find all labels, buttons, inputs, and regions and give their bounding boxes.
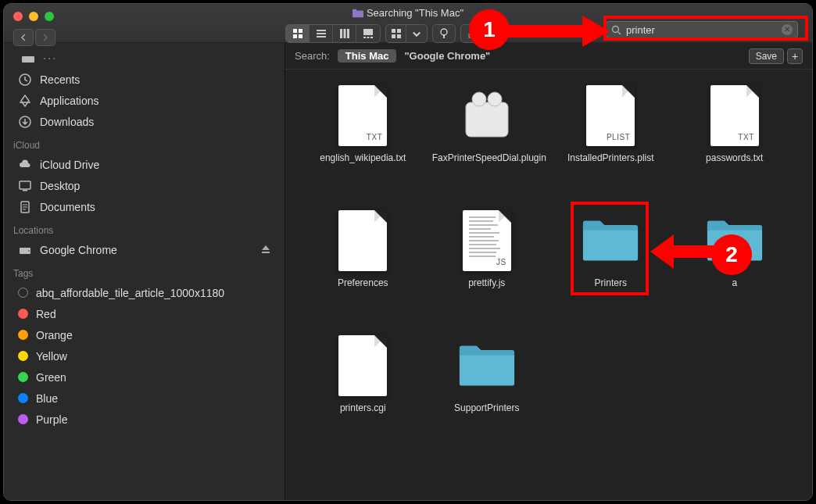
search-input[interactable] [626, 24, 777, 36]
svg-rect-0 [353, 10, 363, 17]
sidebar-item-label: Google Chrome [40, 244, 117, 256]
file-item[interactable]: SupportPrinters [428, 327, 546, 415]
titlebar: Searching "This Mac" [4, 4, 812, 43]
sidebar-item-icloud-drive[interactable]: iCloud Drive [4, 154, 285, 175]
sidebar-item-label: Documents [40, 201, 95, 213]
svg-point-20 [441, 29, 447, 35]
finder-window: Searching "This Mac" [3, 3, 813, 501]
svg-rect-2 [293, 29, 297, 33]
sidebar-item-label: Desktop [40, 180, 80, 192]
sidebar-tag-blue[interactable]: Blue [4, 388, 285, 409]
folder-icon [458, 334, 516, 398]
groupby-icon[interactable] [386, 25, 406, 42]
sidebar-item-google-chrome[interactable]: Google Chrome [4, 239, 285, 260]
file-label: a [732, 277, 737, 290]
maximize-button[interactable] [45, 12, 54, 21]
file-ext-label: PLIST [607, 133, 630, 141]
file-icon [334, 334, 392, 398]
tag-dot-icon [18, 309, 28, 319]
clear-search-button[interactable]: ✕ [782, 24, 793, 35]
doc-icon [18, 200, 32, 214]
file-item[interactable]: Printers [552, 202, 669, 290]
icon-view-button[interactable] [286, 25, 310, 42]
svg-rect-28 [23, 190, 27, 191]
sidebar-tag-orange[interactable]: Orange [4, 324, 285, 345]
plugin-icon [458, 84, 516, 148]
sidebar-item-documents[interactable]: Documents [4, 196, 285, 217]
sidebar-item-label: Yellow [36, 350, 67, 363]
groupby-button[interactable] [385, 24, 428, 43]
add-criteria-button[interactable]: + [787, 48, 803, 64]
eject-icon[interactable] [261, 244, 270, 256]
forward-button[interactable] [35, 29, 55, 46]
list-view-button[interactable] [310, 25, 333, 42]
action-button[interactable] [432, 24, 456, 43]
search-field[interactable]: ✕ [606, 21, 798, 38]
sidebar-tag-red[interactable]: Red [4, 303, 285, 324]
scope-this-mac[interactable]: This Mac [338, 49, 397, 63]
tag-dot-icon [18, 372, 28, 382]
svg-rect-3 [299, 29, 302, 33]
file-ext-label: JS [496, 258, 506, 266]
window-controls [13, 12, 54, 21]
column-view-button[interactable] [333, 25, 356, 42]
sidebar-tag-green[interactable]: Green [4, 366, 285, 388]
minimize-button[interactable] [29, 12, 38, 21]
svg-rect-18 [392, 34, 395, 38]
close-button[interactable] [13, 12, 23, 21]
file-item[interactable]: JSprettify.js [428, 202, 546, 290]
sidebar-header-locations: Locations [4, 217, 285, 239]
file-item[interactable]: Preferences [304, 202, 421, 290]
svg-rect-14 [367, 37, 370, 38]
svg-rect-5 [299, 34, 302, 38]
file-item[interactable]: printers.cgi [304, 327, 421, 415]
file-icon [334, 209, 392, 273]
file-grid[interactable]: TXTenglish_wikipedia.txtFaxPrinterSpeedD… [285, 70, 812, 500]
svg-rect-21 [443, 34, 445, 38]
folder-icon [582, 209, 639, 273]
download-icon [18, 115, 32, 129]
file-icon: JS [458, 209, 516, 273]
sidebar-item-label: Purple [36, 413, 67, 426]
file-item[interactable]: a [676, 202, 793, 290]
file-item[interactable]: FaxPrinterSpeedDial.plugin [428, 77, 546, 165]
view-switcher[interactable] [285, 24, 381, 43]
file-label: Printers [595, 277, 627, 290]
file-item[interactable]: PLISTInstalledPrinters.plist [552, 77, 669, 165]
back-button[interactable] [13, 29, 34, 46]
save-search-button[interactable]: Save [749, 48, 784, 64]
file-label: english_wikipedia.txt [320, 152, 406, 165]
sidebar-tag-abq_affordable_tile_article_1000x1180[interactable]: abq_affordable_tile_article_1000x1180 [4, 282, 285, 303]
sidebar-tag-purple[interactable]: Purple [4, 409, 285, 430]
file-item[interactable]: TXTenglish_wikipedia.txt [304, 77, 421, 165]
sidebar-item-downloads[interactable]: Downloads [4, 111, 285, 132]
sidebar-header-tags: Tags [4, 260, 285, 282]
tag-dot-icon [18, 351, 28, 361]
share-button[interactable] [460, 24, 484, 43]
search-icon [611, 25, 621, 35]
cloud-icon [18, 158, 32, 172]
svg-rect-17 [397, 29, 401, 33]
groupby-chevron-icon[interactable] [406, 25, 427, 42]
sidebar-tag-yellow[interactable]: Yellow [4, 345, 285, 366]
sidebar-item-label: Blue [36, 392, 58, 405]
scope-label: Search: [295, 50, 330, 62]
file-label: printers.cgi [340, 402, 386, 415]
sidebar-item-desktop[interactable]: Desktop [4, 175, 285, 196]
file-label: FaxPrinterSpeedDial.plugin [432, 152, 542, 165]
sidebar-item-label: Downloads [40, 116, 94, 128]
sidebar-item-recents[interactable]: Recents [4, 69, 285, 90]
file-item[interactable]: TXTpasswords.txt [676, 77, 793, 165]
gallery-view-button[interactable] [356, 25, 380, 42]
scope-alt[interactable]: "Google Chrome" [404, 50, 490, 62]
sidebar-item-label: Applications [40, 95, 99, 107]
sidebar-item-applications[interactable]: Applications [4, 90, 285, 111]
content-area: ‧‧‧ RecentsApplicationsDownloads iCloud … [4, 43, 812, 500]
tag-dot-icon [18, 288, 28, 298]
drive-icon [21, 52, 35, 66]
file-label: passwords.txt [706, 152, 763, 165]
main-panel: Search: This Mac "Google Chrome" Save + … [285, 43, 812, 500]
search-scope-bar: Search: This Mac "Google Chrome" Save + [285, 43, 812, 70]
sidebar-item-truncated[interactable]: ‧‧‧ [4, 48, 285, 69]
sidebar-item-label: Orange [36, 329, 73, 341]
